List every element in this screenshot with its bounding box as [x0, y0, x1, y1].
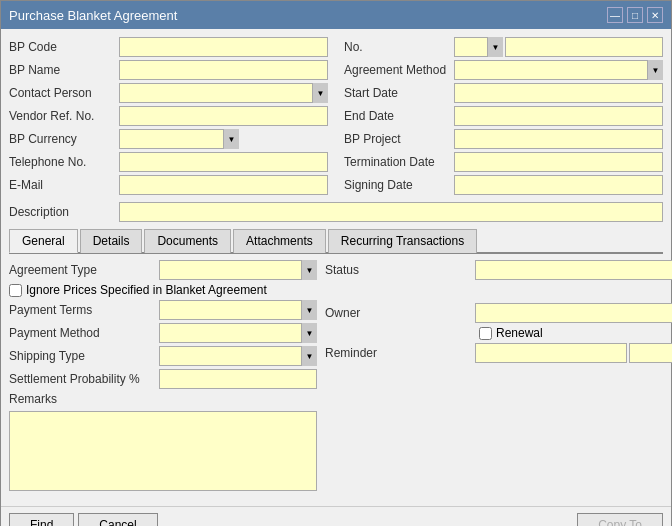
status-label: Status — [325, 263, 475, 277]
email-input[interactable] — [119, 175, 328, 195]
form-content: BP Code BP Name Contact Person ▼ Vendor … — [1, 29, 671, 502]
ignore-prices-row: Ignore Prices Specified in Blanket Agree… — [9, 283, 317, 297]
bp-currency-select-wrapper: ▼ — [119, 129, 239, 149]
end-date-input[interactable] — [454, 106, 663, 126]
bp-name-row: BP Name — [9, 60, 328, 80]
title-bar: Purchase Blanket Agreement — □ ✕ — [1, 1, 671, 29]
spacer — [325, 283, 672, 303]
no-field-wrapper: ▼ — [454, 37, 663, 57]
no-input[interactable] — [505, 37, 663, 57]
reminder-input-2[interactable] — [629, 343, 672, 363]
shipping-type-select-wrapper: ▼ — [159, 346, 317, 366]
bp-code-input[interactable] — [119, 37, 328, 57]
telephone-input[interactable] — [119, 152, 328, 172]
contact-person-row: Contact Person ▼ — [9, 83, 328, 103]
description-row: Description — [9, 202, 663, 222]
status-select[interactable] — [475, 260, 672, 280]
signing-date-label: Signing Date — [344, 178, 454, 192]
payment-terms-select[interactable] — [159, 300, 317, 320]
signing-date-input[interactable] — [454, 175, 663, 195]
email-label: E-Mail — [9, 178, 119, 192]
tab-general[interactable]: General — [9, 229, 78, 253]
no-select-wrapper: ▼ — [454, 37, 503, 57]
agreement-type-label: Agreement Type — [9, 263, 159, 277]
no-label: No. — [344, 40, 454, 54]
reminder-label: Reminder — [325, 346, 475, 360]
shipping-type-select[interactable] — [159, 346, 317, 366]
copy-to-button[interactable]: Copy To — [577, 513, 663, 526]
close-button[interactable]: ✕ — [647, 7, 663, 23]
remarks-textarea[interactable] — [9, 411, 317, 491]
general-left: Agreement Type ▼ Ignore Prices Specified… — [9, 260, 317, 494]
footer: Find Cancel Copy To — [1, 506, 671, 526]
window-title: Purchase Blanket Agreement — [9, 8, 177, 23]
tab-bar: General Details Documents Attachments Re… — [9, 228, 663, 254]
payment-method-select[interactable] — [159, 323, 317, 343]
contact-person-select-wrapper: ▼ — [119, 83, 328, 103]
signing-date-row: Signing Date — [344, 175, 663, 195]
payment-method-row: Payment Method ▼ — [9, 323, 317, 343]
start-date-row: Start Date — [344, 83, 663, 103]
reminder-inputs — [475, 343, 672, 363]
description-input[interactable] — [119, 202, 663, 222]
minimize-button[interactable]: — — [607, 7, 623, 23]
bp-project-input[interactable] — [454, 129, 663, 149]
agreement-method-label: Agreement Method — [344, 63, 454, 77]
general-tab-content: Agreement Type ▼ Ignore Prices Specified… — [9, 260, 663, 494]
tab-details[interactable]: Details — [80, 229, 143, 253]
remarks-label-row: Remarks — [9, 392, 317, 406]
ignore-prices-checkbox[interactable] — [9, 284, 22, 297]
renewal-label: Renewal — [496, 326, 543, 340]
bp-name-label: BP Name — [9, 63, 119, 77]
agreement-method-select-wrapper: ▼ — [454, 60, 663, 80]
bp-currency-select[interactable] — [119, 129, 239, 149]
tab-attachments[interactable]: Attachments — [233, 229, 326, 253]
renewal-row: Renewal — [325, 326, 672, 340]
vendor-ref-input[interactable] — [119, 106, 328, 126]
payment-terms-label: Payment Terms — [9, 303, 159, 317]
payment-method-select-wrapper: ▼ — [159, 323, 317, 343]
vendor-ref-label: Vendor Ref. No. — [9, 109, 119, 123]
bp-currency-label: BP Currency — [9, 132, 119, 146]
main-window: Purchase Blanket Agreement — □ ✕ BP Code… — [0, 0, 672, 526]
end-date-row: End Date — [344, 106, 663, 126]
bp-project-label: BP Project — [344, 132, 454, 146]
termination-date-input[interactable] — [454, 152, 663, 172]
maximize-button[interactable]: □ — [627, 7, 643, 23]
shipping-type-label: Shipping Type — [9, 349, 159, 363]
agreement-method-row: Agreement Method ▼ — [344, 60, 663, 80]
agreement-method-select[interactable] — [454, 60, 663, 80]
reminder-input-1[interactable] — [475, 343, 627, 363]
bp-name-input[interactable] — [119, 60, 328, 80]
bp-project-row: BP Project — [344, 129, 663, 149]
agreement-type-select[interactable] — [159, 260, 317, 280]
general-right: Status ▼ Owner ▼ — [325, 260, 672, 494]
agreement-type-row: Agreement Type ▼ — [9, 260, 317, 280]
settlement-prob-input[interactable]: 0.00 — [159, 369, 317, 389]
bp-currency-row: BP Currency ▼ — [9, 129, 328, 149]
no-select[interactable] — [454, 37, 503, 57]
contact-person-select[interactable] — [119, 83, 328, 103]
bp-code-row: BP Code — [9, 37, 328, 57]
agreement-type-select-wrapper: ▼ — [159, 260, 317, 280]
right-column: No. ▼ Agreement Method ▼ — [340, 37, 663, 198]
left-column: BP Code BP Name Contact Person ▼ Vendor … — [9, 37, 332, 198]
start-date-input[interactable] — [454, 83, 663, 103]
end-date-label: End Date — [344, 109, 454, 123]
renewal-checkbox[interactable] — [479, 327, 492, 340]
shipping-type-row: Shipping Type ▼ — [9, 346, 317, 366]
cancel-button[interactable]: Cancel — [78, 513, 157, 526]
tab-documents[interactable]: Documents — [144, 229, 231, 253]
owner-row: Owner ▼ — [325, 303, 672, 323]
owner-select-wrapper: ▼ — [475, 303, 672, 323]
termination-date-row: Termination Date — [344, 152, 663, 172]
owner-select[interactable] — [475, 303, 672, 323]
tab-recurring[interactable]: Recurring Transactions — [328, 229, 477, 253]
footer-right: Copy To — [577, 513, 663, 526]
find-button[interactable]: Find — [9, 513, 74, 526]
payment-terms-row: Payment Terms ▼ — [9, 300, 317, 320]
bp-code-label: BP Code — [9, 40, 119, 54]
top-form: BP Code BP Name Contact Person ▼ Vendor … — [9, 37, 663, 198]
termination-date-label: Termination Date — [344, 155, 454, 169]
vendor-ref-row: Vendor Ref. No. — [9, 106, 328, 126]
